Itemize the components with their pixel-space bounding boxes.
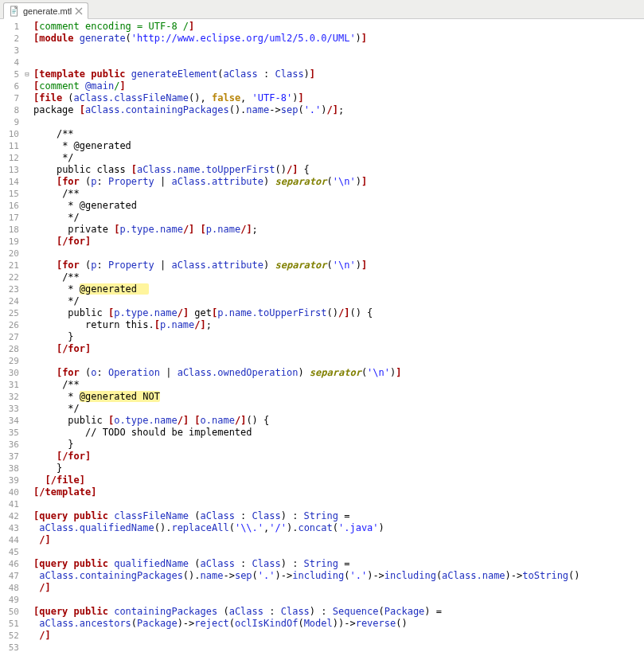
code-line[interactable]: [/for] (33, 236, 644, 248)
code-token: */ (62, 403, 80, 414)
fold-marker (22, 57, 32, 68)
code-line[interactable]: /** (33, 379, 644, 391)
fold-marker[interactable]: ⊟ (22, 68, 32, 80)
code-token: 'UTF-8' (252, 92, 293, 103)
code-token: = (338, 558, 349, 569)
code-token: get (189, 307, 212, 318)
code-line[interactable]: private [p.type.name/] [p.name/]; (33, 224, 644, 236)
code-line[interactable]: [comment encoding = UTF-8 /] (33, 21, 644, 33)
code-line[interactable]: /** (33, 188, 644, 200)
line-number: 10 (0, 128, 19, 140)
line-number: 47 (0, 570, 19, 582)
code-token: ) (298, 367, 309, 378)
code-token: aClass.containingPackages (39, 570, 183, 581)
code-token: Property (108, 176, 154, 187)
code-token: ( (80, 176, 91, 187)
code-line[interactable] (33, 498, 644, 510)
code-line[interactable]: */ (33, 403, 644, 415)
code-line[interactable]: package [aClass.containingPackages().nam… (33, 104, 644, 116)
code-token: ; (252, 224, 258, 235)
fold-marker (22, 45, 32, 57)
code-line[interactable] (33, 642, 644, 652)
code-token: ( (252, 570, 258, 581)
code-line[interactable]: } (33, 439, 644, 451)
code-line[interactable]: [query public qualifiedName (aClass : Cl… (33, 558, 644, 570)
code-line[interactable]: public [o.type.name/] [o.name/]() { (33, 415, 644, 427)
code-line[interactable]: [for (o: Operation | aClass.ownedOperati… (33, 367, 644, 379)
code-line[interactable]: /** (33, 128, 644, 140)
code-line[interactable]: [comment @main/] (33, 80, 644, 92)
code-line[interactable] (33, 546, 644, 558)
code-token: ] (361, 176, 367, 187)
code-line[interactable]: } (33, 331, 644, 343)
code-line[interactable]: /] (33, 582, 644, 594)
code-line[interactable]: [/for] (33, 451, 644, 463)
code-line[interactable]: [for (p: Property | aClass.attribute) se… (33, 260, 644, 271)
code-line[interactable]: * @generated NOT (33, 391, 644, 403)
code-token: () (327, 307, 338, 318)
code-line[interactable] (33, 355, 644, 367)
code-line[interactable]: aClass.containingPackages().name->sep('.… (33, 570, 644, 582)
code-line[interactable]: */ (33, 212, 644, 224)
code-token: aClass.attribute (171, 176, 263, 187)
code-area[interactable]: [comment encoding = UTF-8 /][module gene… (32, 19, 644, 652)
line-number: 25 (0, 307, 19, 319)
code-line[interactable] (33, 116, 644, 128)
code-line[interactable] (33, 248, 644, 260)
code-token: p (91, 176, 96, 187)
code-line[interactable]: * @generated (33, 200, 644, 212)
code-line[interactable]: [/file] (33, 474, 644, 486)
code-token: public (68, 415, 108, 426)
code-token: /] (39, 534, 50, 545)
code-line[interactable]: /** (33, 271, 644, 283)
line-number: 24 (0, 295, 19, 307)
code-line[interactable]: * @generated (33, 283, 644, 295)
code-line[interactable]: aClass.qualifiedName().replaceAll('\\.',… (33, 522, 644, 534)
code-line[interactable]: /] (33, 630, 644, 642)
code-line[interactable]: // TODO should be implemented (33, 427, 644, 439)
code-token: [/for] (57, 451, 91, 462)
code-token: /] (194, 319, 205, 330)
code-line[interactable]: */ (33, 152, 644, 164)
code-line[interactable]: [/template] (33, 486, 644, 498)
close-icon[interactable] (75, 7, 83, 15)
code-line[interactable]: * @generated (33, 140, 644, 152)
code-line[interactable]: [module generate('http://www.eclipse.org… (33, 33, 644, 45)
code-line[interactable]: [for (p: Property | aClass.attribute) se… (33, 176, 644, 188)
code-token: (). (183, 570, 201, 581)
code-token: () (568, 570, 580, 581)
line-number: 46 (0, 558, 19, 570)
code-line[interactable]: */ (33, 295, 644, 307)
code-line[interactable]: return this.[p.name/]; (33, 319, 644, 331)
code-line[interactable]: [query public containingPackages (aClass… (33, 606, 644, 618)
line-number: 18 (0, 224, 19, 236)
code-token: ] (361, 260, 367, 271)
code-line[interactable] (33, 45, 644, 57)
code-line[interactable]: } (33, 463, 644, 474)
code-token: ( (80, 367, 91, 378)
code-line[interactable]: public [p.type.name/] get[p.name.toUpper… (33, 307, 644, 319)
code-line[interactable]: aClass.ancestors(Package)->reject(oclIsK… (33, 618, 644, 630)
code-token: ))-> (333, 618, 356, 629)
code-token: [template public (33, 68, 126, 80)
fold-marker (22, 188, 32, 200)
line-number: 35 (0, 427, 19, 439)
code-token: ) (356, 176, 361, 187)
code-line[interactable]: [/for] (33, 343, 644, 355)
code-line[interactable]: [query public classFileName (aClass : Cl… (33, 510, 644, 522)
code-line[interactable]: /] (33, 534, 644, 546)
line-number: 17 (0, 212, 19, 224)
code-line[interactable] (33, 57, 644, 68)
code-line[interactable]: public class [aClass.name.toUpperFirst()… (33, 164, 644, 176)
code-token: | (154, 260, 172, 271)
code-token: '.' (349, 570, 367, 581)
code-token: p.type.name (114, 307, 177, 318)
editor-tab[interactable]: generate.mtl (3, 2, 88, 19)
code-line[interactable] (33, 594, 644, 606)
fold-marker (22, 283, 32, 295)
code-token: )-> (275, 570, 293, 581)
code-line[interactable]: [template public generateElement(aClass … (33, 68, 644, 80)
code-editor[interactable]: 1234567891011121314151617181920212223242… (0, 19, 644, 652)
line-number: 1 (0, 21, 19, 33)
code-line[interactable]: [file (aClass.classFileName(), false, 'U… (33, 92, 644, 104)
